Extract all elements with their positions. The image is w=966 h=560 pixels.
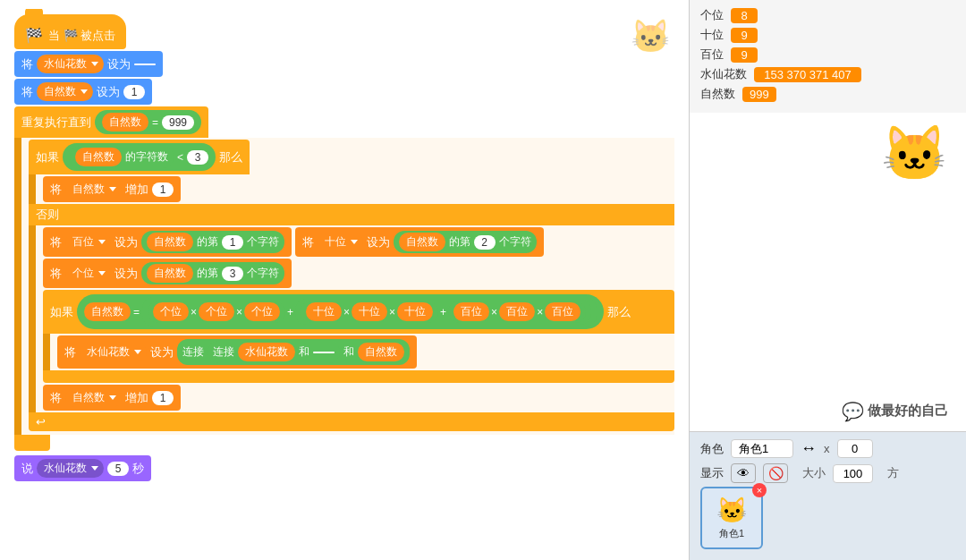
set-units-block[interactable]: 将 个位 设为 自然数 的第 3 个字符 xyxy=(43,259,292,288)
natural-eq-block[interactable]: 自然数 = 999 xyxy=(95,110,201,134)
set-to-label: 设为 xyxy=(107,56,131,72)
natural-eq-var[interactable]: 自然数 xyxy=(102,113,148,132)
if1-indent-arrow: ↩ xyxy=(36,415,46,428)
show-btn[interactable]: 👁 xyxy=(731,463,756,483)
natural-var-row: 自然数 999 xyxy=(700,86,955,102)
charat3-pos[interactable]: 3 xyxy=(222,267,243,281)
charat1-pos[interactable]: 1 xyxy=(222,235,243,250)
natural-eq2-var[interactable]: 自然数 xyxy=(84,302,131,321)
tens-var-row: 十位 9 xyxy=(700,27,955,43)
strlen-var[interactable]: 自然数 xyxy=(75,148,122,166)
set-narcissus-block[interactable]: 将 水仙花数 设为 xyxy=(14,51,163,77)
repeat-until-header[interactable]: 重复执行直到 自然数 = 999 xyxy=(14,106,208,138)
narcissus-eq[interactable]: 自然数 = 个位 × 个位 × xyxy=(77,294,604,329)
space-input[interactable] xyxy=(313,352,335,353)
hundreds-dropdown[interactable]: 百位 xyxy=(65,233,111,251)
sprite-name-input[interactable] xyxy=(731,439,793,458)
watermark-text: 做最好的自己 xyxy=(868,403,948,418)
natural-increase-dropdown[interactable]: 自然数 xyxy=(65,180,122,199)
stage-cat-sprite: 🐱 xyxy=(881,122,948,185)
say-block[interactable]: 说 水仙花数 5 秒 xyxy=(14,455,151,481)
narcissus-display-value: 153 370 371 407 xyxy=(754,67,861,82)
strlen-inner[interactable]: 自然数 的字符数 xyxy=(70,146,174,168)
units-dropdown[interactable]: 个位 xyxy=(65,264,111,283)
hundreds-var-label: 百位 xyxy=(700,47,724,63)
outer-join[interactable]: 连接 连接 水仙花数 和 和 xyxy=(177,339,410,365)
narcissus-join-var[interactable]: 水仙花数 xyxy=(238,343,295,361)
mul-hundreds[interactable]: 百位 × 百位 × 百位 xyxy=(448,301,586,323)
sprite-thumb-1[interactable]: × 🐱 角色1 xyxy=(700,487,763,549)
display-row: 显示 👁 🚫 大小 方 xyxy=(700,463,955,483)
h3[interactable]: 百位 xyxy=(545,302,580,321)
stage-canvas: 🐱 xyxy=(690,113,966,220)
natural-var-label: 自然数 xyxy=(44,84,76,99)
if2-footer xyxy=(43,370,674,383)
say-narcissus-dropdown[interactable]: 水仙花数 xyxy=(37,459,104,478)
variables-panel: 个位 8 十位 9 百位 9 水仙花数 153 370 371 407 自然数 … xyxy=(690,0,966,113)
tens-var-value: 9 xyxy=(731,28,758,43)
units-var-value: 8 xyxy=(731,8,758,23)
size-input[interactable] xyxy=(833,464,873,483)
inner-join[interactable]: 连接 水仙花数 和 xyxy=(208,341,340,363)
u2[interactable]: 个位 xyxy=(199,302,234,321)
tens-dropdown[interactable]: 十位 xyxy=(318,233,363,251)
t3[interactable]: 十位 xyxy=(397,302,433,321)
event-flag-block[interactable]: 🏁 当 🏁 被点击 xyxy=(14,14,126,49)
sprite-label: 角色 xyxy=(700,441,724,457)
u1[interactable]: 个位 xyxy=(153,302,189,321)
if-header[interactable]: 如果 自然数 的字符数 < 3 那么 xyxy=(29,140,250,174)
inc1-val[interactable]: 1 xyxy=(152,182,174,197)
if2-header[interactable]: 如果 自然数 = 个位 × xyxy=(43,290,674,334)
set-narcissus2-block[interactable]: 将 水仙花数 设为 连接 xyxy=(57,335,417,369)
natural-display-value: 999 xyxy=(742,87,776,102)
wechat-icon: 💬 xyxy=(842,402,864,421)
if2-then-body: 将 水仙花数 设为 连接 xyxy=(43,334,674,370)
narcissus-var-label: 水仙花数 xyxy=(44,56,87,72)
inc2-val[interactable]: 1 xyxy=(152,391,174,405)
set-tens-block[interactable]: 将 十位 设为 自然数 的第 2 个字符 xyxy=(295,227,544,257)
charat2-block[interactable]: 自然数 的第 2 个字符 xyxy=(394,231,537,253)
set-label: 将 xyxy=(21,56,33,72)
x-input[interactable] xyxy=(837,439,873,458)
narcissus2-dropdown[interactable]: 水仙花数 xyxy=(80,343,147,361)
set-hundreds-block[interactable]: 将 百位 设为 自然数 的第 1 个字符 xyxy=(43,227,292,257)
sprite-thumb-name: 角色1 xyxy=(719,527,744,540)
dropdown-arrow2 xyxy=(109,395,116,400)
strlen-lt-block[interactable]: 自然数 的字符数 < 3 xyxy=(63,143,216,171)
set-natural-block[interactable]: 将 自然数 设为 1 xyxy=(14,79,152,105)
eq-val-input[interactable]: 999 xyxy=(162,115,194,130)
narcissus-empty-input[interactable] xyxy=(134,64,156,65)
sprite-delete-btn[interactable]: × xyxy=(752,483,767,497)
h2[interactable]: 百位 xyxy=(499,302,535,321)
t1[interactable]: 十位 xyxy=(306,302,342,321)
increase-natural-block[interactable]: 将 自然数 增加 1 xyxy=(43,176,181,202)
add-op1[interactable]: 个位 × 个位 × 个位 + xyxy=(142,297,597,327)
hundreds-arrow xyxy=(98,240,106,244)
flip-icon[interactable]: ↔ xyxy=(801,439,817,458)
charat2-pos[interactable]: 2 xyxy=(474,235,496,250)
charat1-block[interactable]: 自然数 的第 1 个字符 xyxy=(141,231,284,253)
right-panel: 个位 8 十位 9 百位 9 水仙花数 153 370 371 407 自然数 … xyxy=(689,0,966,560)
natural-dropdown[interactable]: 自然数 xyxy=(37,82,93,101)
natural-dropdown-arrow xyxy=(80,89,88,94)
lt-val[interactable]: 3 xyxy=(187,150,208,165)
charat3-block[interactable]: 自然数 的第 3 个字符 xyxy=(141,262,284,284)
h1[interactable]: 百位 xyxy=(453,302,489,321)
narcissus-dropdown[interactable]: 水仙花数 xyxy=(37,55,104,73)
t2[interactable]: 十位 xyxy=(352,302,387,321)
say-secs[interactable]: 5 xyxy=(107,462,129,476)
charat2-var[interactable]: 自然数 xyxy=(399,233,445,251)
hide-btn[interactable]: 🚫 xyxy=(763,463,788,483)
natural-val-input[interactable]: 1 xyxy=(123,85,145,99)
mul-tens[interactable]: 十位 × 十位 × 十位 xyxy=(301,301,438,323)
narcissus2-arrow xyxy=(134,350,141,354)
mul-units[interactable]: 个位 × 个位 × 个位 xyxy=(148,301,285,323)
u3[interactable]: 个位 xyxy=(244,302,280,321)
blocks-scroll[interactable]: 🏁 当 🏁 被点击 将 水仙花数 设为 xyxy=(9,9,680,537)
charat1-var[interactable]: 自然数 xyxy=(147,233,193,251)
natural-increase2-dropdown[interactable]: 自然数 xyxy=(65,388,122,407)
increase-natural2-block[interactable]: 将 自然数 增加 1 xyxy=(43,385,181,411)
charat3-var[interactable]: 自然数 xyxy=(147,264,193,283)
add-op2[interactable]: 十位 × 十位 × 十位 + xyxy=(295,299,591,325)
natural-join-var[interactable]: 自然数 xyxy=(358,343,404,361)
